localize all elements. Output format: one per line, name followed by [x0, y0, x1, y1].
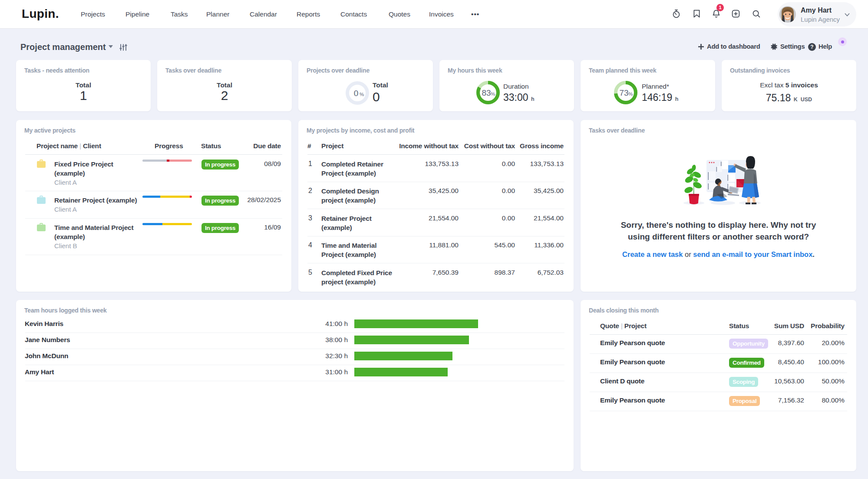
svg-text:?: ? [810, 44, 813, 50]
svg-text:%: % [360, 92, 364, 97]
svg-text:83: 83 [482, 88, 491, 97]
svg-text:%: % [491, 91, 495, 96]
svg-text:0: 0 [354, 89, 359, 98]
svg-text:73: 73 [619, 88, 628, 97]
svg-text:%: % [628, 91, 633, 96]
